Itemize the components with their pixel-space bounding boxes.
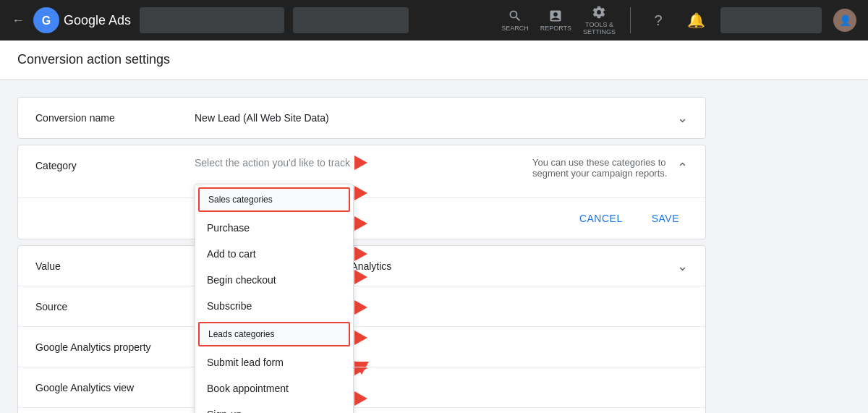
- tools-label: TOOLS & SETTINGS: [583, 21, 616, 35]
- search-bar-1[interactable]: [140, 7, 284, 33]
- ga-type-row: Google Analytics type: [18, 408, 705, 413]
- sales-section-label: Sales categories: [208, 195, 273, 205]
- sales-section-header: Sales categories: [198, 187, 350, 212]
- logo-text: Google Ads: [64, 13, 131, 28]
- cancel-button[interactable]: CANCEL: [571, 207, 631, 230]
- dropdown-item-book-appointment[interactable]: Book appointment: [195, 375, 353, 401]
- logo-icon: G: [33, 7, 59, 33]
- top-navigation: ← G Google Ads SEARCH REPORTS TOOLS & SE…: [0, 0, 868, 41]
- logo: G Google Ads: [33, 7, 131, 33]
- category-info: You can use these categories to segment …: [532, 157, 677, 179]
- value-row: Value Use the same value/currency from A…: [18, 246, 705, 286]
- page-header: Conversion action settings: [0, 41, 868, 80]
- save-button[interactable]: SAVE: [643, 207, 688, 230]
- avatar[interactable]: 👤: [833, 9, 856, 32]
- search-label: SEARCH: [501, 25, 529, 32]
- leads-section-label: Leads categories: [208, 329, 274, 339]
- reports-nav-item[interactable]: REPORTS: [540, 9, 571, 32]
- ga-view-label: Google Analytics view: [35, 382, 195, 393]
- dropdown-item-submit-lead-form[interactable]: Submit lead form: [195, 349, 353, 375]
- dropdown-menu: Sales categories Purchase Add to cart Be…: [195, 184, 354, 413]
- notifications-button[interactable]: 🔔: [683, 7, 709, 33]
- value-chevron[interactable]: ⌄: [677, 258, 688, 274]
- arrow-add-to-cart: [354, 186, 367, 200]
- arrow-begin-checkout: [354, 216, 367, 231]
- main-content: Conversion name New Lead (All Web Site D…: [0, 80, 723, 413]
- category-label: Category: [35, 157, 195, 171]
- category-chevron[interactable]: ⌃: [677, 157, 688, 176]
- arrow-purchase: [354, 156, 367, 170]
- help-button[interactable]: ?: [645, 7, 671, 33]
- value-label: Value: [35, 260, 195, 272]
- page-title: Conversion action settings: [17, 52, 851, 67]
- category-header: Category Select the action you'd like to…: [18, 145, 705, 198]
- dropdown-item-begin-checkout[interactable]: Begin checkout: [195, 267, 353, 293]
- source-label: Source: [35, 301, 195, 312]
- reports-label: REPORTS: [540, 25, 571, 32]
- ga-property-row: Google Analytics property: [18, 327, 705, 367]
- account-selector[interactable]: [720, 7, 822, 33]
- source-row: Source: [18, 286, 705, 327]
- nav-icons: SEARCH REPORTS TOOLS & SETTINGS ? 🔔 👤: [501, 5, 856, 35]
- tools-nav-item[interactable]: TOOLS & SETTINGS: [583, 5, 616, 35]
- category-content: Select the action you'd like to track Sa…: [195, 157, 521, 186]
- value-card: Value Use the same value/currency from A…: [17, 245, 706, 413]
- ga-view-row: Google Analytics view: [18, 367, 705, 408]
- conversion-name-row: Conversion name New Lead (All Web Site D…: [18, 98, 705, 138]
- conversion-name-label: Conversion name: [35, 112, 195, 124]
- conversion-name-card: Conversion name New Lead (All Web Site D…: [17, 97, 706, 139]
- conversion-name-value: New Lead (All Web Site Data): [195, 112, 677, 124]
- dropdown-item-subscribe[interactable]: Subscribe: [195, 293, 353, 319]
- search-bar-2[interactable]: [293, 7, 409, 33]
- search-nav-item[interactable]: SEARCH: [501, 9, 529, 32]
- dropdown-item-add-to-cart[interactable]: Add to cart: [195, 241, 353, 267]
- leads-section-header: Leads categories: [198, 322, 350, 346]
- dropdown-item-sign-up[interactable]: Sign-up: [195, 401, 353, 413]
- ga-property-label: Google Analytics property: [35, 341, 195, 353]
- dropdown-item-purchase[interactable]: Purchase: [195, 215, 353, 241]
- back-button[interactable]: ←: [12, 13, 25, 28]
- svg-text:G: G: [42, 14, 51, 27]
- conversion-name-chevron[interactable]: ⌄: [677, 110, 688, 126]
- nav-divider: [630, 7, 631, 33]
- category-card: Category Select the action you'd like to…: [17, 145, 706, 239]
